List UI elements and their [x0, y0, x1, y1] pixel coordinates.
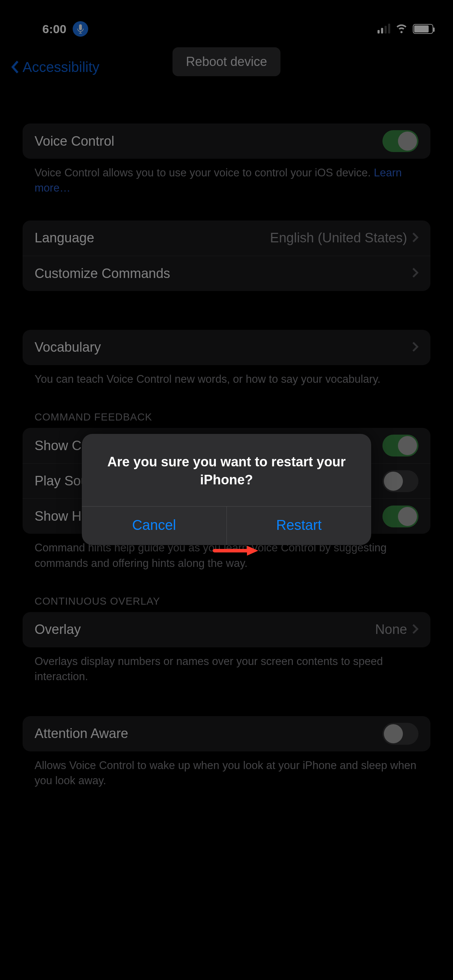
cellular-signal-icon	[377, 24, 390, 33]
mic-active-icon	[73, 21, 88, 37]
play-sound-switch[interactable]	[382, 470, 418, 492]
chevron-right-icon	[412, 624, 418, 636]
overlay-row[interactable]: Overlay None	[22, 612, 431, 648]
restart-confirmation-dialog: Are you sure you want to restart your iP…	[82, 434, 371, 545]
attention-aware-switch[interactable]	[382, 723, 418, 745]
language-label: Language	[35, 231, 94, 245]
attention-aware-label: Attention Aware	[35, 726, 128, 741]
vocabulary-label: Vocabulary	[35, 340, 101, 355]
voice-control-toggle-row[interactable]: Voice Control	[22, 124, 431, 159]
vocabulary-footer: You can teach Voice Control new words, o…	[22, 365, 431, 387]
language-value: English (United States)	[270, 231, 407, 245]
navigation-bar: Accessibility Reboot device	[0, 49, 453, 85]
chevron-left-icon	[11, 60, 19, 74]
back-label: Accessibility	[22, 59, 100, 75]
chevron-right-icon	[412, 232, 418, 244]
wifi-icon	[395, 23, 408, 35]
voice-control-footer: Voice Control allows you to use your voi…	[22, 159, 431, 196]
status-time: 6:00	[42, 22, 66, 36]
status-bar: 6:00	[0, 0, 453, 49]
attention-aware-row[interactable]: Attention Aware	[22, 716, 431, 751]
voice-control-label: Voice Control	[35, 134, 114, 149]
vocabulary-row[interactable]: Vocabulary	[22, 330, 431, 365]
command-feedback-header: COMMAND FEEDBACK	[22, 411, 431, 428]
attention-aware-footer: Allows Voice Control to wake up when you…	[22, 751, 431, 788]
dialog-title: Are you sure you want to restart your iP…	[82, 434, 371, 506]
overlay-value: None	[375, 622, 407, 637]
back-button[interactable]: Accessibility	[0, 59, 100, 75]
battery-icon	[413, 24, 433, 34]
show-hints-switch[interactable]	[382, 506, 418, 527]
restart-button[interactable]: Restart	[227, 507, 372, 545]
overlay-footer: Overlays display numbers or names over y…	[22, 648, 431, 684]
customize-commands-row[interactable]: Customize Commands	[22, 256, 431, 291]
customize-commands-label: Customize Commands	[35, 266, 170, 281]
cancel-button[interactable]: Cancel	[82, 507, 227, 545]
overlay-label: Overlay	[35, 622, 81, 637]
chevron-right-icon	[412, 342, 418, 353]
continuous-overlay-header: CONTINUOUS OVERLAY	[22, 595, 431, 612]
voice-control-switch[interactable]	[382, 130, 418, 152]
chevron-right-icon	[412, 267, 418, 279]
voice-command-tooltip: Reboot device	[173, 47, 280, 76]
show-confirmation-switch[interactable]	[382, 434, 418, 457]
language-row[interactable]: Language English (United States)	[22, 221, 431, 256]
